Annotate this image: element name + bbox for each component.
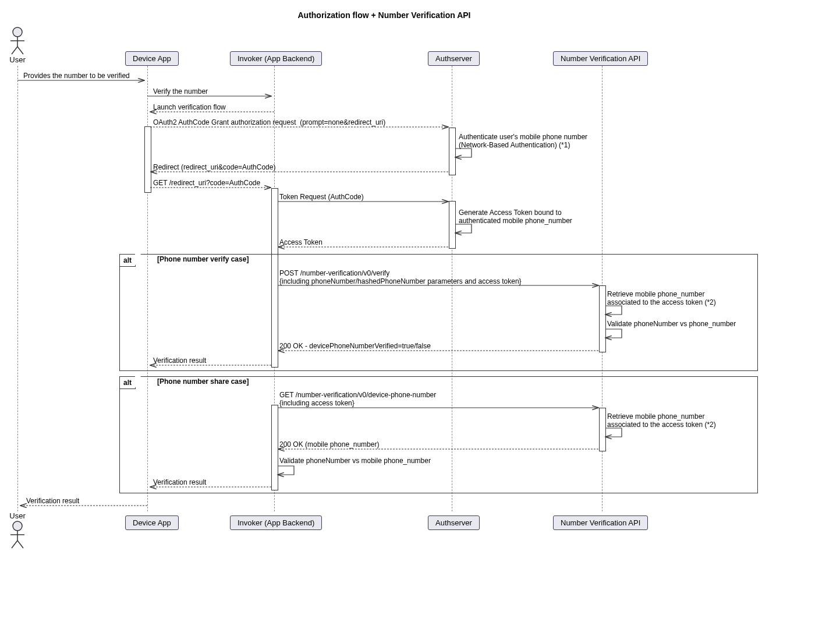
alt-tab: alt — [119, 376, 136, 389]
svg-point-20 — [13, 521, 22, 531]
msg-label: OAuth2 AuthCode Grant authorization requ… — [153, 118, 385, 126]
alt-frame-share: alt — [119, 376, 758, 493]
svg-line-24 — [17, 541, 23, 548]
participant-authserver-bottom: Authserver — [428, 515, 480, 530]
msg-label: Verification result — [26, 497, 79, 505]
actor-user-bottom: User — [9, 511, 26, 549]
msg-label: Verify the number — [153, 87, 208, 96]
stickman-icon — [9, 520, 26, 549]
participant-invoker-bottom: Invoker (App Backend) — [230, 515, 322, 530]
msg-label: Authenticate user's mobile phone number … — [459, 133, 587, 149]
msg-label: Access Token — [279, 238, 322, 246]
msg-label: Generate Access Token bound to authentic… — [459, 209, 572, 225]
msg-label: Launch verification flow — [153, 103, 226, 111]
msg-label: GET /redirect_uri?code=AuthCode — [153, 179, 260, 187]
msg-label: Provides the number to be verified — [23, 72, 130, 80]
sequence-diagram: Authorization flow + Number Verification… — [6, 6, 763, 565]
alt-tab: alt — [119, 254, 136, 267]
alt-condition-verify: [Phone number verify case] — [157, 255, 249, 263]
alt-condition-share: [Phone number share case] — [157, 377, 249, 386]
participant-nvapi-bottom: Number Verification API — [553, 515, 648, 530]
actor-label: User — [9, 511, 26, 520]
svg-line-23 — [12, 541, 17, 548]
alt-frame-verify: alt — [119, 254, 758, 371]
msg-label: Redirect (redirect_uri&code=AuthCode) — [153, 163, 275, 171]
participant-device-app-bottom: Device App — [125, 515, 179, 530]
msg-label: Token Request (AuthCode) — [279, 193, 364, 201]
